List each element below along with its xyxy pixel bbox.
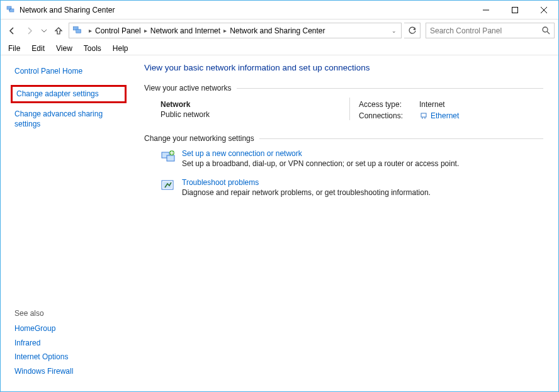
setup-connection-icon [161,149,176,164]
breadcrumb-item[interactable]: Control Panel [95,26,141,35]
option-setup-connection: Set up a new connection or network Set u… [161,149,543,168]
sidebar-see-also: See also HomeGroup Infrared Internet Opt… [14,309,123,385]
back-button[interactable] [4,23,20,38]
sidebar: Control Panel Home Change adapter settin… [1,55,129,391]
divider [237,88,543,89]
address-dropdown-icon[interactable]: ⌄ [388,28,400,34]
vertical-divider [349,98,350,120]
sidebar-change-advanced-sharing[interactable]: Change advanced sharing settings [14,107,123,132]
sidebar-change-adapter-settings[interactable]: Change adapter settings [16,89,99,98]
minimize-button[interactable] [471,1,500,19]
setup-connection-link[interactable]: Set up a new connection or network [182,149,459,158]
menu-view[interactable]: View [51,43,77,54]
search-icon[interactable] [542,26,550,35]
menu-help[interactable]: Help [108,43,133,54]
connections-label: Connections: [359,111,415,120]
group-change-settings: Change your networking settings [144,134,543,143]
see-also-homegroup[interactable]: HomeGroup [14,322,123,336]
content-area: Control Panel Home Change adapter settin… [1,55,558,391]
search-box[interactable] [426,23,555,38]
search-input[interactable] [430,26,542,35]
group-active-networks: View your active networks [144,84,543,92]
forward-button[interactable] [22,23,37,38]
ethernet-icon [419,111,428,120]
network-row: Network Public network Access type: Inte… [161,100,543,120]
window-buttons [471,1,558,19]
window-title: Network and Sharing Center [20,6,471,14]
breadcrumb: ▸ Control Panel ▸ Network and Internet ▸… [86,26,325,35]
title-bar: Network and Sharing Center [1,1,558,20]
menu-edit[interactable]: Edit [26,43,50,54]
chevron-right-icon[interactable]: ▸ [144,27,147,34]
connection-link[interactable]: Ethernet [431,111,459,120]
see-also-internet-options[interactable]: Internet Options [14,350,123,364]
location-icon [72,25,83,36]
access-type-value: Internet [419,100,459,109]
highlight-box: Change adapter settings [11,85,127,103]
troubleshoot-icon [161,178,176,193]
breadcrumb-item[interactable]: Network and Sharing Center [230,26,325,35]
page-title: View your basic network information and … [144,63,543,72]
option-troubleshoot: Troubleshoot problems Diagnose and repai… [161,178,543,197]
svg-rect-11 [421,113,426,117]
nav-row: ▸ Control Panel ▸ Network and Internet ▸… [1,20,558,42]
troubleshoot-desc: Diagnose and repair network problems, or… [182,188,431,197]
network-name: Network [161,100,349,109]
app-icon [6,5,16,15]
address-bar[interactable]: ▸ Control Panel ▸ Network and Internet ▸… [69,23,402,38]
refresh-button[interactable] [404,23,421,38]
svg-rect-15 [167,155,174,161]
see-also-windows-firewall[interactable]: Windows Firewall [14,364,123,379]
access-type-label: Access type: [359,100,415,109]
svg-rect-4 [512,7,518,13]
chevron-right-icon[interactable]: ▸ [223,27,227,34]
divider [259,138,543,139]
group-active-networks-label: View your active networks [144,84,232,92]
menu-file[interactable]: File [3,43,25,54]
group-change-settings-label: Change your networking settings [144,134,254,143]
troubleshoot-link[interactable]: Troubleshoot problems [182,178,431,187]
sidebar-control-panel-home[interactable]: Control Panel Home [14,64,123,79]
maximize-button[interactable] [500,1,529,19]
setup-connection-desc: Set up a broadband, dial-up, or VPN conn… [182,159,459,168]
svg-rect-8 [76,29,81,33]
main-panel: View your basic network information and … [129,55,558,391]
breadcrumb-item[interactable]: Network and Internet [150,26,220,35]
recent-dropdown[interactable] [40,23,48,38]
close-button[interactable] [529,1,558,19]
see-also-infrared[interactable]: Infrared [14,336,123,350]
svg-line-10 [547,31,550,34]
svg-point-9 [543,27,548,32]
network-type: Public network [161,110,349,119]
chevron-right-icon[interactable]: ▸ [89,27,92,34]
menu-tools[interactable]: Tools [79,43,106,54]
see-also-label: See also [14,309,123,318]
up-button[interactable] [51,23,66,38]
menu-bar: File Edit View Tools Help [1,42,558,55]
